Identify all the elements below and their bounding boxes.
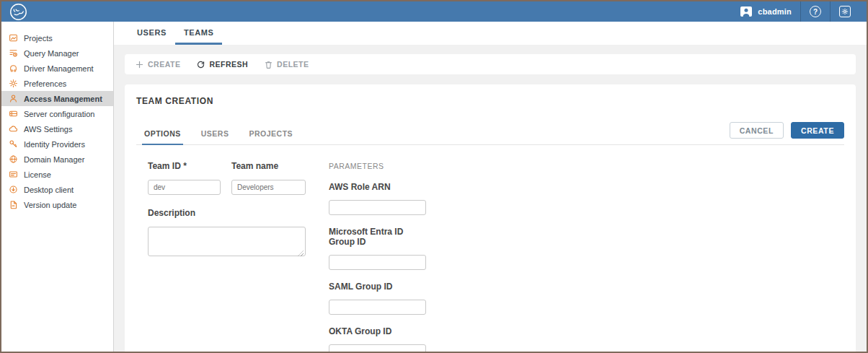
sidebar-item-version-update[interactable]: Version update [1, 197, 113, 212]
sidebar-item-identity-providers[interactable]: Identity Providers [1, 136, 113, 152]
help-button[interactable]: ? [801, 1, 830, 22]
user-menu[interactable]: cbadmin [731, 1, 800, 22]
sidebar-item-label: Identity Providers [24, 140, 85, 149]
help-icon: ? [810, 6, 821, 17]
toolbar-refresh-label: REFRESH [209, 60, 248, 69]
sidebar-item-label: Version update [24, 201, 76, 209]
parameters-heading: PARAMETERS [329, 162, 426, 170]
panel-title: TEAM CREATION [136, 96, 844, 106]
sidebar-item-label: Desktop client [24, 186, 74, 194]
workspace: CREATE REFRESH DELET [114, 45, 867, 352]
sidebar-item-label: Driver Management [24, 64, 94, 73]
description-textarea[interactable] [148, 227, 306, 256]
sidebar-item-label: License [24, 170, 51, 179]
entra-group-id-field-group: Microsoft Entra ID Group ID [329, 227, 426, 270]
saml-group-id-field-group: SAML Group ID [329, 282, 426, 315]
app-window: cbadmin ? [0, 0, 868, 353]
sidebar-item-label: Server configuration [24, 110, 94, 118]
preferences-icon [9, 79, 18, 88]
team-id-input[interactable] [148, 180, 221, 195]
sidebar-item-label: Domain Manager [24, 155, 84, 164]
admin-tabs: USERS TEAMS [114, 22, 867, 45]
appbar-right: cbadmin ? [731, 1, 859, 22]
aws-role-arn-label: AWS Role ARN [329, 182, 426, 192]
sidebar-item-label: Query Manager [24, 49, 79, 58]
query-manager-icon [9, 48, 18, 58]
sidebar-item-aws-settings[interactable]: AWS Settings [1, 121, 113, 136]
key-icon [9, 139, 18, 149]
sidebar-item-license[interactable]: License [1, 167, 113, 182]
aws-role-arn-field-group: AWS Role ARN [329, 182, 426, 215]
refresh-icon [196, 60, 205, 69]
sidebar: Projects Query Manager Driver Management [1, 22, 114, 352]
globe-icon [9, 154, 18, 164]
sidebar-item-label: Access Management [24, 95, 102, 103]
user-avatar-icon [740, 6, 753, 17]
sidebar-item-label: Preferences [24, 79, 66, 88]
entra-group-id-label: Microsoft Entra ID Group ID [329, 227, 426, 247]
toolbar-delete-button[interactable]: DELETE [264, 60, 309, 69]
sidebar-item-preferences[interactable]: Preferences [1, 76, 113, 91]
toolbar-create-button[interactable]: CREATE [135, 60, 180, 69]
entra-group-id-input[interactable] [329, 255, 426, 270]
projects-icon [9, 33, 18, 43]
download-circle-icon [9, 185, 18, 194]
sidebar-item-server-configuration[interactable]: Server configuration [1, 106, 113, 121]
panel-tabs-row: OPTIONS USERS PROJECTS CANCEL CREATE [136, 122, 844, 145]
sidebar-item-access-management[interactable]: Access Management [1, 91, 113, 106]
tab-panel-users[interactable]: USERS [199, 129, 231, 145]
description-label: Description [148, 208, 306, 218]
okta-group-id-label: OKTA Group ID [329, 326, 426, 336]
tab-panel-projects[interactable]: PROJECTS [247, 129, 295, 145]
aws-role-arn-input[interactable] [329, 200, 426, 215]
main-area: Projects Query Manager Driver Management [1, 22, 867, 352]
team-id-field-group: Team ID * [148, 161, 221, 195]
team-name-field-group: Team name [231, 161, 306, 195]
panel-actions: CANCEL CREATE [730, 122, 844, 139]
okta-group-id-input[interactable] [329, 344, 426, 352]
server-configuration-icon [9, 109, 18, 118]
sidebar-item-query-manager[interactable]: Query Manager [1, 45, 113, 61]
aws-cloud-icon [9, 124, 18, 134]
tab-options[interactable]: OPTIONS [142, 129, 183, 145]
toolbar-create-label: CREATE [148, 60, 180, 69]
cancel-button[interactable]: CANCEL [730, 122, 784, 139]
sidebar-item-projects[interactable]: Projects [1, 30, 113, 45]
tab-teams[interactable]: TEAMS [175, 22, 223, 45]
teams-toolbar: CREATE REFRESH DELET [125, 54, 856, 74]
sidebar-item-label: Projects [24, 34, 53, 43]
tab-users[interactable]: USERS [128, 22, 175, 45]
access-management-icon [9, 94, 18, 103]
team-options-form: Team ID * Team name Description [148, 161, 844, 352]
okta-group-id-field-group: OKTA Group ID [329, 326, 426, 352]
app-header: cbadmin ? [1, 1, 867, 22]
sidebar-item-driver-management[interactable]: Driver Management [1, 61, 113, 76]
username: cbadmin [758, 7, 792, 16]
team-name-input[interactable] [231, 180, 306, 195]
content-area: USERS TEAMS CREATE [114, 22, 867, 352]
cloudbeaver-logo [9, 3, 27, 21]
parameters-column: PARAMETERS AWS Role ARN Microsoft Entra … [329, 161, 426, 352]
panel-tabs: OPTIONS USERS PROJECTS [142, 129, 311, 144]
toolbar-refresh-button[interactable]: REFRESH [196, 60, 248, 69]
toolbar-delete-label: DELETE [277, 60, 309, 69]
team-fields-column: Team ID * Team name Description [148, 161, 306, 352]
settings-icon [839, 6, 851, 17]
plus-icon [135, 60, 144, 69]
description-wrap [148, 227, 306, 259]
team-creation-panel: TEAM CREATION OPTIONS USERS PROJECTS CAN… [125, 84, 856, 352]
team-name-grid: Team ID * Team name [148, 161, 306, 195]
version-update-icon [9, 200, 18, 209]
team-id-label: Team ID * [148, 161, 221, 171]
license-icon [9, 170, 18, 179]
sidebar-item-label: AWS Settings [24, 125, 72, 134]
saml-group-id-input[interactable] [329, 300, 426, 315]
driver-management-icon [9, 64, 18, 73]
saml-group-id-label: SAML Group ID [329, 282, 426, 292]
team-name-label: Team name [231, 161, 306, 171]
create-button[interactable]: CREATE [791, 122, 844, 139]
settings-button[interactable] [831, 1, 859, 22]
sidebar-item-desktop-client[interactable]: Desktop client [1, 182, 113, 197]
sidebar-item-domain-manager[interactable]: Domain Manager [1, 152, 113, 167]
trash-icon [264, 60, 273, 69]
